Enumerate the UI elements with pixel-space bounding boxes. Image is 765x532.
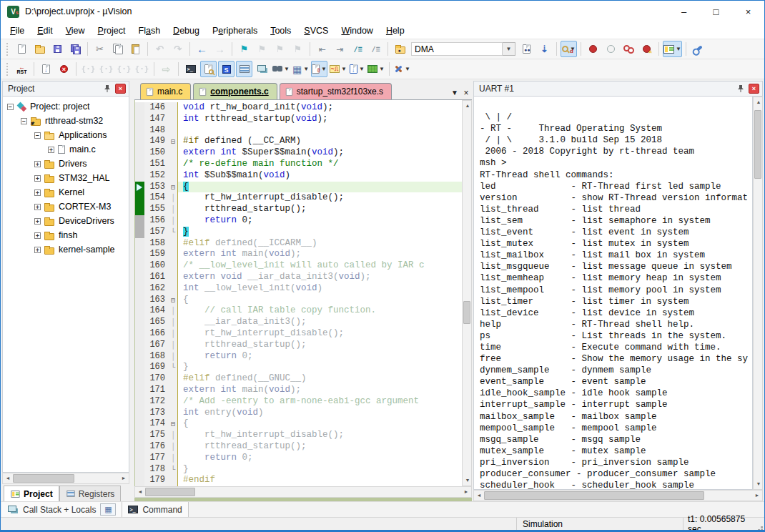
breakpoint-margin[interactable] [135, 272, 144, 283]
tab-project[interactable]: Project [4, 486, 59, 501]
disable-all-breakpoints-button[interactable] [621, 41, 637, 57]
breakpoint-margin[interactable] [135, 430, 144, 441]
redo-button[interactable]: ↷ [169, 41, 186, 57]
tab-registers[interactable]: Registers [59, 486, 122, 501]
breakpoint-margin[interactable] [135, 408, 144, 419]
breakpoint-margin[interactable] [135, 204, 144, 215]
menu-view[interactable]: View [59, 24, 92, 38]
breakpoint-margin[interactable] [135, 136, 144, 147]
editor-tab-components-c[interactable]: components.c [193, 83, 277, 99]
uart-vscrollbar[interactable]: ▲ ▼ [753, 97, 763, 490]
tree-item-project-project[interactable]: −Project: project [3, 99, 129, 114]
maximize-button[interactable]: □ [700, 1, 732, 22]
cut-button[interactable]: ✂ [92, 41, 108, 57]
window-layout-button[interactable]: ▼ [663, 41, 682, 57]
insert-bookmark-button[interactable]: ⚑ [236, 41, 252, 57]
paste-button[interactable] [127, 41, 144, 57]
breakpoint-margin[interactable] [135, 340, 144, 351]
breakpoint-margin[interactable] [135, 396, 144, 408]
peripheral-windows-button[interactable]: ▼ [367, 61, 385, 77]
trace-windows-dropdown-icon[interactable]: ▼ [284, 66, 290, 72]
memory-windows-button[interactable]: ▦▼ [292, 61, 310, 77]
pin-icon[interactable] [102, 83, 113, 94]
step-over-button[interactable]: {·} [98, 61, 114, 77]
breakpoint-margin[interactable] [135, 147, 144, 159]
peripheral-windows-dropdown-icon[interactable]: ▼ [379, 66, 385, 72]
find-in-files-button[interactable]: ● [392, 41, 408, 57]
open-file-button[interactable] [31, 41, 48, 57]
tree-item-rtthread-stm32[interactable]: −✱rtthread-stm32 [3, 114, 129, 128]
incremental-find-button[interactable]: ⇣ [536, 41, 553, 57]
breakpoint-margin[interactable] [135, 328, 144, 340]
toolbar-grip[interactable] [6, 63, 9, 76]
breakpoint-margin[interactable] [135, 475, 144, 486]
expand-icon[interactable]: + [34, 232, 41, 239]
tree-item-applications[interactable]: −Applications [3, 128, 129, 142]
breakpoint-margin[interactable] [135, 418, 144, 430]
insert-breakpoint-button[interactable] [585, 41, 601, 57]
uart-panel-close-icon[interactable]: × [749, 84, 759, 94]
step-button[interactable]: {·} [80, 61, 97, 77]
prev-bookmark-button[interactable]: ⚑ [254, 41, 270, 57]
expand-icon[interactable]: + [34, 218, 41, 225]
breakpoint-margin[interactable] [135, 362, 144, 373]
breakpoint-margin[interactable] [135, 385, 144, 396]
save-all-button[interactable] [67, 41, 84, 57]
breakpoint-margin[interactable] [135, 295, 144, 306]
run-to-cursor-line-button[interactable]: {·} [134, 61, 150, 77]
stop-button[interactable] [56, 61, 72, 77]
command-tab[interactable]: >_ Command [122, 502, 188, 517]
breakpoint-margin[interactable] [135, 283, 144, 295]
menu-file[interactable]: File [4, 24, 31, 38]
expand-icon[interactable]: + [34, 189, 41, 196]
analysis-windows-button[interactable] [254, 61, 270, 77]
tree-item-devicedrivers[interactable]: +DeviceDrivers [3, 214, 129, 228]
code-editor[interactable]: 146void rt_hw_board_init(void);147int rt… [135, 100, 462, 486]
system-viewer-windows-button[interactable]: ↓▼ [349, 61, 365, 77]
unindent-button[interactable]: ⇤ [314, 41, 330, 57]
new-file-button[interactable] [14, 41, 30, 57]
breakpoint-margin[interactable] [135, 159, 144, 170]
system-viewer-windows-dropdown-icon[interactable]: ▼ [359, 66, 365, 72]
toolbox-button[interactable]: ▼ [393, 61, 411, 77]
fold-collapse-icon[interactable]: ⊟ [169, 136, 178, 147]
find-in-files-2-button[interactable]: ●● [518, 41, 535, 57]
search-dropdown-icon[interactable]: ▼ [503, 42, 515, 56]
breakpoint-margin[interactable] [135, 441, 144, 453]
menu-svcs[interactable]: SVCS [297, 24, 335, 38]
scroll-thumb[interactable] [754, 110, 761, 179]
menu-help[interactable]: Help [380, 24, 411, 38]
scroll-left-icon[interactable]: ◄ [135, 487, 145, 497]
breakpoint-margin[interactable] [135, 102, 144, 114]
run-button[interactable]: ↓ [38, 61, 54, 77]
close-document-icon[interactable]: × [460, 87, 472, 99]
project-panel-close-icon[interactable]: × [115, 84, 126, 94]
scroll-left-icon[interactable]: ◄ [3, 473, 13, 483]
next-bookmark-button[interactable]: ⚑ [272, 41, 288, 57]
breakpoint-margin[interactable] [135, 351, 144, 363]
scroll-right-icon[interactable]: ► [461, 487, 471, 497]
menu-project[interactable]: Project [92, 24, 132, 38]
tree-item-drivers[interactable]: +Drivers [3, 157, 129, 171]
menu-flash[interactable]: Flash [132, 24, 167, 38]
fold-collapse-icon[interactable]: ⊟ [169, 295, 178, 306]
command-window-button[interactable]: >_ [182, 61, 199, 77]
memory-windows-dropdown-icon[interactable]: ▼ [303, 66, 309, 72]
scroll-right-icon[interactable]: ► [119, 473, 129, 483]
scroll-thumb[interactable] [145, 488, 195, 496]
tree-item-finsh[interactable]: +finsh [3, 228, 129, 242]
fold-collapse-icon[interactable]: ⊟ [169, 418, 178, 430]
current-statement-margin[interactable] [135, 182, 144, 193]
expand-icon[interactable]: + [48, 147, 54, 153]
project-hscrollbar[interactable]: ◄ ► [2, 473, 129, 484]
watch-windows-button[interactable]: ✎▼ [311, 61, 327, 77]
minimize-button[interactable]: – [668, 1, 700, 22]
symbol-window-button[interactable]: S [218, 61, 235, 77]
breakpoint-margin[interactable] [135, 170, 144, 182]
fold-collapse-icon[interactable]: ⊟ [169, 182, 178, 193]
breakpoint-margin[interactable] [135, 238, 144, 250]
configure-target-button[interactable] [690, 41, 706, 57]
expand-icon[interactable]: + [34, 175, 41, 182]
breakpoint-margin[interactable] [135, 464, 144, 476]
close-button[interactable]: × [732, 1, 764, 22]
